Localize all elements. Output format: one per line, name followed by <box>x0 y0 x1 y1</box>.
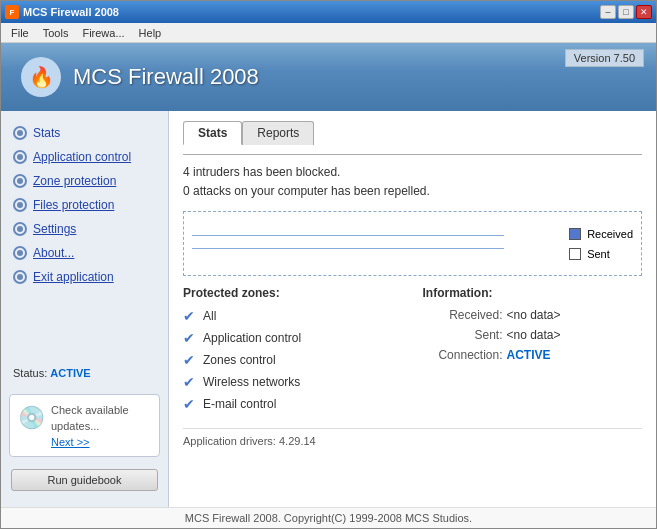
menu-firewall[interactable]: Firewa... <box>76 25 130 41</box>
sidebar-item-zone-protection[interactable]: Zone protection <box>1 169 168 193</box>
minimize-button[interactable]: – <box>600 5 616 19</box>
header-icon: 🔥 <box>21 57 61 97</box>
info-row-connection: Connection: ACTIVE <box>423 348 643 362</box>
info-value-sent: <no data> <box>507 328 561 342</box>
nav-icon-zone <box>13 174 27 188</box>
sidebar-item-exit[interactable]: Exit application <box>1 265 168 289</box>
zone-label-app: Application control <box>203 331 301 345</box>
status-label: Status: ACTIVE <box>13 367 91 379</box>
info-row-sent: Sent: <no data> <box>423 328 643 342</box>
sidebar-item-application-control[interactable]: Application control <box>1 145 168 169</box>
nav-icon-stats <box>13 126 27 140</box>
tab-reports[interactable]: Reports <box>242 121 314 145</box>
update-text: Check available updates... <box>51 404 129 431</box>
zone-check-email: ✔ <box>183 396 195 412</box>
nav-icon-about <box>13 246 27 260</box>
menu-file[interactable]: File <box>5 25 35 41</box>
legend-sent: Sent <box>569 248 633 260</box>
nav-icon-app-control <box>13 150 27 164</box>
nav-icon-exit <box>13 270 27 284</box>
update-content: Check available updates... Next >> <box>51 403 151 448</box>
zone-check-zones: ✔ <box>183 352 195 368</box>
status-section: Status: ACTIVE <box>1 358 168 388</box>
tab-bar: Stats Reports <box>183 121 642 145</box>
info-row-received: Received: <no data> <box>423 308 643 322</box>
stats-text: 4 intruders has been blocked. 0 attacks … <box>183 163 642 201</box>
nav-icon-settings <box>13 222 27 236</box>
attacks-repelled: 0 attacks on your computer has been repe… <box>183 182 642 201</box>
legend-box-sent <box>569 248 581 260</box>
next-link[interactable]: Next >> <box>51 436 151 448</box>
header-title: MCS Firewall 2008 <box>73 64 259 90</box>
update-icon: 💿 <box>18 405 45 431</box>
menu-help[interactable]: Help <box>133 25 168 41</box>
app-header: 🔥 MCS Firewall 2008 Version 7.50 <box>1 43 656 111</box>
status-value: ACTIVE <box>50 367 90 379</box>
legend-received-label: Received <box>587 228 633 240</box>
sidebar-item-stats[interactable]: Stats <box>1 121 168 145</box>
sidebar: Stats Application control Zone protectio… <box>1 111 169 507</box>
menu-tools[interactable]: Tools <box>37 25 75 41</box>
version-badge: Version 7.50 <box>565 49 644 67</box>
info-title: Information: <box>423 286 643 300</box>
footer-section: Application drivers: 4.29.14 <box>183 428 642 447</box>
maximize-button[interactable]: □ <box>618 5 634 19</box>
info-section: Information: Received: <no data> Sent: <… <box>423 286 643 418</box>
zone-label-email: E-mail control <box>203 397 276 411</box>
zone-label-all: All <box>203 309 216 323</box>
app-drivers: Application drivers: 4.29.14 <box>183 435 316 447</box>
legend-box-received <box>569 228 581 240</box>
zone-check-all: ✔ <box>183 308 195 324</box>
menu-bar: File Tools Firewa... Help <box>1 23 656 43</box>
chart-line-received <box>192 235 504 236</box>
close-button[interactable]: ✕ <box>636 5 652 19</box>
zone-label-wireless: Wireless networks <box>203 375 300 389</box>
copyright: MCS Firewall 2008. Copyright(C) 1999-200… <box>1 507 656 528</box>
zone-check-app: ✔ <box>183 330 195 346</box>
tab-stats[interactable]: Stats <box>183 121 242 145</box>
sidebar-item-about[interactable]: About... <box>1 241 168 265</box>
chart-area: Received Sent <box>183 211 642 276</box>
zone-label-zones: Zones control <box>203 353 276 367</box>
nav-icon-files <box>13 198 27 212</box>
guidebook-button[interactable]: Run guidebook <box>11 469 158 491</box>
zone-email: ✔ E-mail control <box>183 396 403 412</box>
chart-line-sent <box>192 248 504 249</box>
zone-check-wireless: ✔ <box>183 374 195 390</box>
main-window: F MCS Firewall 2008 – □ ✕ File Tools Fir… <box>0 0 657 529</box>
zones-section: Protected zones: ✔ All ✔ Application con… <box>183 286 403 418</box>
intruders-blocked: 4 intruders has been blocked. <box>183 163 642 182</box>
info-label-connection: Connection: <box>423 348 503 362</box>
legend-received: Received <box>569 228 633 240</box>
zone-app-control: ✔ Application control <box>183 330 403 346</box>
zones-title: Protected zones: <box>183 286 403 300</box>
title-bar-text: F MCS Firewall 2008 <box>5 5 119 19</box>
info-value-received: <no data> <box>507 308 561 322</box>
info-value-connection: ACTIVE <box>507 348 551 362</box>
window-controls: – □ ✕ <box>600 5 652 19</box>
sidebar-nav: Stats Application control Zone protectio… <box>1 121 168 358</box>
content-area: Stats Reports 4 intruders has been block… <box>169 111 656 507</box>
legend-sent-label: Sent <box>587 248 610 260</box>
chart-legend: Received Sent <box>569 228 633 260</box>
info-label-received: Received: <box>423 308 503 322</box>
main-area: Stats Application control Zone protectio… <box>1 111 656 507</box>
update-box: 💿 Check available updates... Next >> <box>9 394 160 457</box>
zone-wireless: ✔ Wireless networks <box>183 374 403 390</box>
zones-info: Protected zones: ✔ All ✔ Application con… <box>183 286 642 418</box>
zone-zones-control: ✔ Zones control <box>183 352 403 368</box>
title-bar: F MCS Firewall 2008 – □ ✕ <box>1 1 656 23</box>
chart-lines <box>192 221 559 266</box>
app-icon: F <box>5 5 19 19</box>
info-label-sent: Sent: <box>423 328 503 342</box>
zone-all: ✔ All <box>183 308 403 324</box>
sidebar-item-settings[interactable]: Settings <box>1 217 168 241</box>
sidebar-item-files-protection[interactable]: Files protection <box>1 193 168 217</box>
